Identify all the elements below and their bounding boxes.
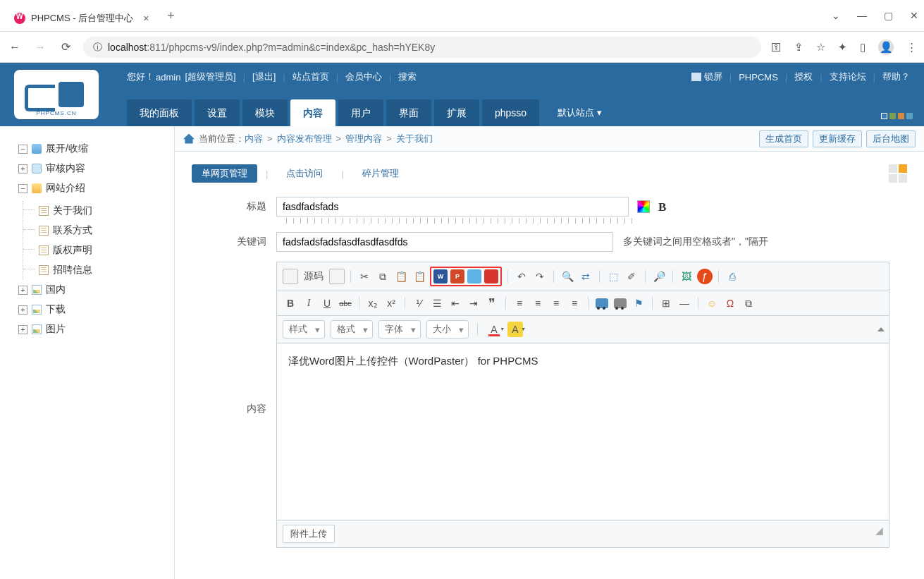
indent-icon[interactable]: ⇥	[466, 295, 481, 311]
tree-expand-collapse[interactable]: −展开/收缩	[18, 139, 174, 159]
logout-link[interactable]: [退出]	[252, 71, 276, 83]
underline-icon[interactable]: U	[319, 295, 335, 311]
logo[interactable]: PHPCMS.CN	[0, 63, 113, 126]
tab-settings[interactable]: 设置	[195, 99, 240, 126]
editor-content-area[interactable]: 泽优Word图片上传控件（WordPaster） for PHPCMS	[278, 345, 887, 518]
align-right-icon[interactable]: ≡	[548, 295, 564, 311]
copy-icon[interactable]: ⧉	[375, 269, 390, 284]
source-button[interactable]: 源码	[301, 269, 326, 284]
forum-link[interactable]: 支持论坛	[830, 71, 866, 83]
bullet-list-icon[interactable]: ☰	[429, 295, 445, 311]
tree-item-about-us[interactable]: 关于我们	[39, 201, 174, 221]
home-icon[interactable]	[183, 134, 195, 144]
nav-forward-icon[interactable]: →	[32, 41, 48, 54]
sitemap-button[interactable]: 后台地图	[866, 130, 916, 147]
lock-screen-link[interactable]: 锁屏	[704, 71, 722, 83]
title-input[interactable]	[276, 197, 629, 217]
window-close-icon[interactable]: ✕	[910, 10, 918, 21]
window-minimize-icon[interactable]: ―	[857, 10, 867, 21]
tab-content[interactable]: 内容	[290, 99, 335, 126]
tab-ui[interactable]: 界面	[386, 99, 431, 126]
color-picker-icon[interactable]	[637, 200, 650, 213]
attachment-upload-button[interactable]: 附件上传	[283, 525, 335, 543]
source-doc-icon[interactable]	[283, 269, 298, 284]
paste-word-icon[interactable]: W	[433, 269, 448, 284]
window-dropdown-icon[interactable]: ⌄	[832, 10, 840, 21]
side-panel-icon[interactable]: ▯	[860, 41, 866, 54]
tree-review-content[interactable]: +审核内容	[18, 159, 174, 178]
url-input[interactable]: ⓘ localhost:811/phpcms-v9/index.php?m=ad…	[83, 37, 761, 58]
undo-icon[interactable]: ↶	[514, 269, 529, 284]
keywords-input[interactable]	[276, 232, 613, 252]
redo-icon[interactable]: ↷	[532, 269, 548, 284]
table-icon[interactable]: ⊞	[658, 295, 674, 311]
tree-images[interactable]: +图片	[18, 319, 174, 339]
nav-back-icon[interactable]: ←	[7, 41, 23, 54]
tab-users[interactable]: 用户	[338, 99, 383, 126]
tab-phpsso[interactable]: phpsso	[482, 99, 539, 126]
share-icon[interactable]: ⇪	[794, 41, 803, 54]
search-link[interactable]: 搜索	[398, 71, 417, 83]
align-center-icon[interactable]: ≡	[530, 295, 546, 311]
find-icon[interactable]: 🔍	[560, 269, 575, 284]
template-icon[interactable]: ⧉	[741, 295, 756, 311]
newpage-icon[interactable]	[329, 269, 345, 284]
style-select[interactable]: 样式	[283, 320, 325, 339]
superscript-icon[interactable]: x²	[383, 295, 399, 311]
generate-home-button[interactable]: 生成首页	[759, 130, 808, 147]
specialchar-icon[interactable]: Ω	[722, 295, 738, 311]
paste-text-icon[interactable]: 📋	[412, 269, 427, 284]
tree-site-intro[interactable]: −网站介绍	[18, 178, 174, 198]
unlink-car-icon[interactable]	[612, 295, 628, 311]
page-tab-single[interactable]: 单网页管理	[192, 164, 257, 183]
font-select[interactable]: 字体	[378, 320, 421, 339]
bold-icon[interactable]: B	[658, 200, 666, 213]
paste-image-icon[interactable]	[467, 269, 481, 284]
extensions-icon[interactable]: ✦	[838, 41, 847, 54]
page-tab-visit[interactable]: 点击访问	[276, 164, 333, 183]
tree-domestic[interactable]: +国内	[18, 280, 174, 300]
outdent-icon[interactable]: ⇤	[448, 295, 463, 311]
hr-icon[interactable]: ―	[677, 295, 692, 311]
page-tab-fragment[interactable]: 碎片管理	[352, 164, 409, 183]
member-center-link[interactable]: 会员中心	[345, 71, 382, 83]
bookmark-star-icon[interactable]: ☆	[816, 41, 825, 54]
resize-handle-icon[interactable]: ◢	[875, 525, 883, 543]
subscript-icon[interactable]: x₂	[365, 295, 381, 311]
size-select[interactable]: 大小	[426, 320, 469, 339]
italic-icon[interactable]: I	[301, 295, 316, 311]
phpcms-link[interactable]: PHPCMS	[739, 72, 778, 83]
numbered-list-icon[interactable]: ⅟	[411, 295, 426, 311]
bg-color-icon[interactable]: A▾	[507, 322, 523, 337]
selectall-icon[interactable]: ⬚	[605, 269, 621, 284]
browser-tab[interactable]: PHPCMS - 后台管理中心 ×	[6, 6, 157, 31]
strike-icon[interactable]: abc	[338, 295, 353, 311]
align-left-icon[interactable]: ≡	[512, 295, 527, 311]
crumb-publish-mgmt[interactable]: 内容发布管理	[277, 133, 332, 145]
tree-item-copyright[interactable]: 版权声明	[39, 240, 174, 260]
flash-icon[interactable]: ƒ	[697, 269, 713, 284]
tree-download[interactable]: +下载	[18, 300, 174, 319]
window-maximize-icon[interactable]: ▢	[884, 10, 893, 21]
paste-ppt-icon[interactable]: P	[450, 269, 464, 284]
blockquote-icon[interactable]: ❞	[484, 295, 500, 311]
site-info-icon[interactable]: ⓘ	[93, 41, 102, 54]
update-cache-button[interactable]: 更新缓存	[813, 130, 862, 147]
key-icon[interactable]: ⚿	[771, 41, 782, 53]
crumb-content[interactable]: 内容	[245, 133, 263, 145]
anchor-icon[interactable]: ⚑	[631, 295, 646, 311]
tab-close-icon[interactable]: ×	[143, 13, 149, 24]
search-doc-icon[interactable]: 🔎	[651, 269, 667, 284]
bold-icon[interactable]: B	[283, 295, 298, 311]
text-color-icon[interactable]: A▾	[486, 322, 502, 337]
theme-swatches[interactable]	[881, 113, 913, 119]
layout-toggle-icon[interactable]	[889, 164, 907, 183]
new-tab-button[interactable]: +	[167, 8, 175, 23]
cut-icon[interactable]: ✂	[357, 269, 372, 284]
profile-avatar-icon[interactable]: 👤	[878, 39, 894, 55]
tree-item-contact[interactable]: 联系方式	[39, 221, 174, 240]
license-link[interactable]: 授权	[794, 71, 813, 83]
tab-modules[interactable]: 模块	[242, 99, 288, 126]
nav-reload-icon[interactable]: ⟳	[58, 40, 73, 54]
collapse-triangle-icon[interactable]	[877, 327, 885, 331]
